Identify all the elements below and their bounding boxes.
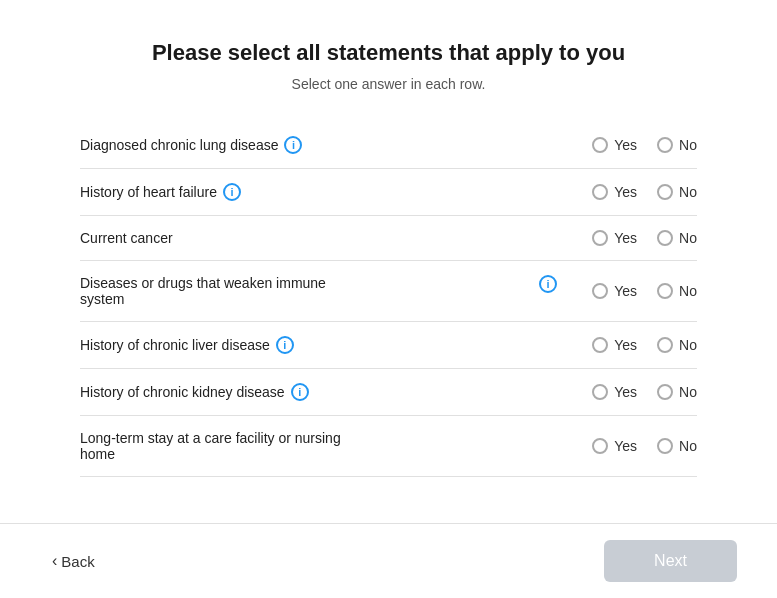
radio-option-no-q4[interactable]: No [657,283,697,299]
back-chevron-icon: ‹ [52,552,57,570]
radio-option-yes-q2[interactable]: Yes [592,184,637,200]
footer-bar: ‹ Back Next [0,523,777,598]
radio-option-no-q2[interactable]: No [657,184,697,200]
question-row: Diseases or drugs that weaken immunesyst… [80,261,697,322]
question-row: History of chronic kidney diseaseiYesNo [80,369,697,416]
question-text2-q7: home [80,446,115,462]
radio-option-no-q1[interactable]: No [657,137,697,153]
radio-label-yes-q4: Yes [614,283,637,299]
radio-label-no-q3: No [679,230,697,246]
radio-option-yes-q4[interactable]: Yes [592,283,637,299]
radio-group-q7: YesNo [557,438,697,454]
info-icon-q2[interactable]: i [223,183,241,201]
question-label-q4: Diseases or drugs that weaken immunesyst… [80,275,557,307]
radio-input-yes-q7[interactable] [592,438,608,454]
radio-option-no-q3[interactable]: No [657,230,697,246]
question-label-q3: Current cancer [80,230,557,246]
question-label-q6: History of chronic kidney diseasei [80,383,557,401]
radio-input-yes-q5[interactable] [592,337,608,353]
info-icon-q1[interactable]: i [284,136,302,154]
radio-option-yes-q1[interactable]: Yes [592,137,637,153]
radio-label-yes-q3: Yes [614,230,637,246]
radio-option-no-q5[interactable]: No [657,337,697,353]
radio-input-no-q3[interactable] [657,230,673,246]
radio-input-no-q7[interactable] [657,438,673,454]
radio-input-no-q6[interactable] [657,384,673,400]
main-content: Please select all statements that apply … [0,0,777,523]
radio-label-yes-q6: Yes [614,384,637,400]
info-icon-q4[interactable]: i [539,275,557,293]
radio-label-no-q5: No [679,337,697,353]
question-row: Long-term stay at a care facility or nur… [80,416,697,477]
question-row: History of chronic liver diseaseiYesNo [80,322,697,369]
radio-option-yes-q7[interactable]: Yes [592,438,637,454]
radio-label-yes-q7: Yes [614,438,637,454]
info-icon-q6[interactable]: i [291,383,309,401]
question-label-q2: History of heart failurei [80,183,557,201]
question-label-q5: History of chronic liver diseasei [80,336,557,354]
question-text2-q4: system [80,291,124,307]
radio-option-yes-q6[interactable]: Yes [592,384,637,400]
radio-input-no-q4[interactable] [657,283,673,299]
radio-label-no-q2: No [679,184,697,200]
radio-group-q6: YesNo [557,384,697,400]
question-text-q5: History of chronic liver disease [80,337,270,353]
question-text-q7: Long-term stay at a care facility or nur… [80,430,341,446]
question-text-q1: Diagnosed chronic lung disease [80,137,278,153]
radio-group-q2: YesNo [557,184,697,200]
radio-input-yes-q2[interactable] [592,184,608,200]
question-text-q2: History of heart failure [80,184,217,200]
question-label-q7: Long-term stay at a care facility or nur… [80,430,557,462]
back-button[interactable]: ‹ Back [40,544,107,578]
next-button[interactable]: Next [604,540,737,582]
radio-label-no-q4: No [679,283,697,299]
question-text-q4: Diseases or drugs that weaken immune [80,275,326,291]
radio-label-no-q1: No [679,137,697,153]
radio-option-yes-q3[interactable]: Yes [592,230,637,246]
radio-label-yes-q5: Yes [614,337,637,353]
info-icon-q5[interactable]: i [276,336,294,354]
back-label: Back [61,553,94,570]
radio-label-yes-q2: Yes [614,184,637,200]
radio-input-no-q2[interactable] [657,184,673,200]
radio-group-q5: YesNo [557,337,697,353]
radio-input-yes-q6[interactable] [592,384,608,400]
radio-group-q4: YesNo [557,283,697,299]
radio-option-no-q6[interactable]: No [657,384,697,400]
question-row: History of heart failureiYesNo [80,169,697,216]
radio-group-q3: YesNo [557,230,697,246]
radio-option-yes-q5[interactable]: Yes [592,337,637,353]
question-text-q6: History of chronic kidney disease [80,384,285,400]
question-row: Current cancerYesNo [80,216,697,261]
radio-label-no-q6: No [679,384,697,400]
page-subtitle: Select one answer in each row. [292,76,486,92]
page-title: Please select all statements that apply … [152,40,625,66]
question-row: Diagnosed chronic lung diseaseiYesNo [80,122,697,169]
radio-input-no-q1[interactable] [657,137,673,153]
questions-table: Diagnosed chronic lung diseaseiYesNoHist… [80,122,697,477]
radio-option-no-q7[interactable]: No [657,438,697,454]
question-text-q3: Current cancer [80,230,173,246]
radio-input-yes-q4[interactable] [592,283,608,299]
radio-label-no-q7: No [679,438,697,454]
question-label-q1: Diagnosed chronic lung diseasei [80,136,557,154]
radio-label-yes-q1: Yes [614,137,637,153]
radio-input-yes-q3[interactable] [592,230,608,246]
radio-input-yes-q1[interactable] [592,137,608,153]
radio-input-no-q5[interactable] [657,337,673,353]
radio-group-q1: YesNo [557,137,697,153]
